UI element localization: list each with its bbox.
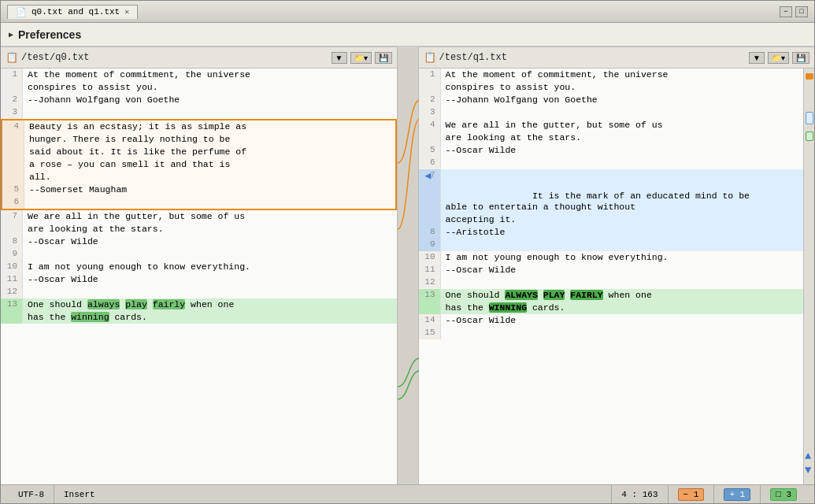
diff2-badge: + 1 bbox=[724, 488, 750, 501]
right-green-block: 13 One should ALWAYS PLAY FAIRLY when on… bbox=[419, 289, 804, 314]
left-dropdown-btn[interactable]: ▼ bbox=[332, 52, 347, 64]
right-line-5: 5 --Oscar Wilde bbox=[419, 144, 804, 157]
left-pane-header: 📋 /test/q0.txt ▼ 📁▾ 💾 bbox=[1, 46, 397, 69]
right-pane: 📋 /test/q1.txt ▼ 📁▾ 💾 1 At the moment of… bbox=[419, 46, 815, 484]
diff1-badge: − 1 bbox=[678, 488, 705, 501]
left-line-1: 1 At the moment of commitment, the unive… bbox=[1, 69, 397, 81]
title-bar: 📄 q0.txt and q1.txt ✕ − □ bbox=[1, 1, 814, 23]
left-line-3: 3 bbox=[1, 106, 397, 119]
encoding-section: UTF-8 bbox=[9, 485, 54, 503]
left-line-12: 12 bbox=[1, 286, 397, 298]
left-save-btn[interactable]: 💾 bbox=[375, 52, 392, 64]
right-line-3: 3 bbox=[419, 106, 804, 119]
left-line-4e: all. bbox=[2, 171, 395, 183]
left-line-2: 2 --Johann Wolfgang von Goethe bbox=[1, 94, 397, 106]
preferences-label: Preferences bbox=[18, 28, 81, 41]
left-pane: 📋 /test/q0.txt ▼ 📁▾ 💾 1 At the moment of… bbox=[1, 46, 397, 484]
position-label: 4 : 163 bbox=[621, 490, 658, 499]
preferences-bar[interactable]: ▶ Preferences bbox=[1, 23, 814, 46]
left-line-4d: a rose – you can smell it and that is bbox=[2, 158, 395, 171]
right-folder-btn[interactable]: 📁▾ bbox=[768, 52, 789, 64]
left-line-4c: said about it. It is like the perfume of bbox=[2, 146, 395, 158]
mode-label: Insert bbox=[64, 490, 95, 499]
right-line-13b: has the WINNING cards. bbox=[419, 302, 804, 314]
diff3-section: □ 3 bbox=[761, 485, 806, 503]
tab-title: q0.txt and q1.txt bbox=[31, 7, 120, 17]
left-line-9: 9 bbox=[1, 248, 397, 261]
left-line-6: 6 bbox=[2, 196, 395, 209]
right-highlight-play: PLAY bbox=[543, 290, 565, 300]
right-file-path: /test/q1.txt bbox=[439, 52, 746, 63]
left-line-4b: hunger. There is really nothing to be bbox=[2, 133, 395, 146]
left-line-4: 4 Beauty is an ecstasy; it is as simple … bbox=[2, 120, 395, 133]
diff-area: 📋 /test/q0.txt ▼ 📁▾ 💾 1 At the moment of… bbox=[1, 46, 814, 484]
mode-section: Insert bbox=[54, 485, 612, 503]
right-line-7: 7 ◀ It is the mark of an educated mind t… bbox=[419, 169, 804, 201]
left-line-13: 13 One should always play fairly when on… bbox=[1, 298, 397, 311]
left-orange-block: 4 Beauty is an ecstasy; it is as simple … bbox=[1, 119, 397, 210]
left-highlight-play: play bbox=[125, 299, 147, 309]
right-line-1: 1 At the moment of commitment, the unive… bbox=[419, 69, 804, 81]
right-file-icon: 📋 bbox=[424, 51, 436, 64]
maximize-button[interactable]: □ bbox=[795, 6, 808, 17]
right-blue-block: 7 ◀ It is the mark of an educated mind t… bbox=[419, 169, 804, 251]
left-file-path: /test/q0.txt bbox=[21, 52, 328, 63]
preferences-arrow: ▶ bbox=[9, 30, 13, 39]
right-line-8: 8 --Aristotle bbox=[419, 226, 804, 239]
right-line-15: 15 bbox=[419, 327, 804, 339]
right-line-2: 2 --Johann Wolfgang von Goethe bbox=[419, 94, 804, 106]
right-line-13: 13 One should ALWAYS PLAY FAIRLY when on… bbox=[419, 289, 804, 302]
scroll-green-marker bbox=[806, 132, 813, 141]
left-highlight-fairly: fairly bbox=[153, 299, 185, 309]
left-line-5: 5 --Somerset Maugham bbox=[2, 183, 395, 196]
right-line-4b: are looking at the stars. bbox=[419, 132, 804, 144]
left-arrow-indicator: ◀ bbox=[425, 169, 432, 182]
left-folder-btn[interactable]: 📁▾ bbox=[350, 52, 372, 64]
right-line-4: 4 We are all in the gutter, but some of … bbox=[419, 119, 804, 132]
position-section: 4 : 163 bbox=[612, 485, 668, 503]
status-bar: UTF-8 Insert 4 : 163 − 1 + 1 □ 3 bbox=[1, 484, 814, 503]
right-pane-content[interactable]: 1 At the moment of commitment, the unive… bbox=[419, 69, 804, 484]
right-scrollbar[interactable]: ▲ ▼ bbox=[803, 69, 814, 484]
left-line-7: 7 We are all in the gutter, but some of … bbox=[1, 210, 397, 223]
diff3-label: □ 3 bbox=[776, 490, 791, 499]
diff3-badge: □ 3 bbox=[770, 488, 797, 501]
right-dropdown-btn[interactable]: ▼ bbox=[749, 52, 765, 64]
connector-svg bbox=[398, 46, 420, 440]
diff2-section: + 1 bbox=[714, 485, 761, 503]
tab-close-button[interactable]: ✕ bbox=[124, 7, 129, 17]
scroll-up-arrow[interactable]: ▲ bbox=[805, 450, 811, 462]
diff1-section: − 1 bbox=[669, 485, 715, 503]
left-line-13b: has the winning cards. bbox=[1, 311, 397, 324]
title-bar-left: 📄 q0.txt and q1.txt ✕ bbox=[7, 5, 138, 19]
diff1-label: − 1 bbox=[683, 490, 699, 499]
diff2-label: + 1 bbox=[729, 490, 745, 499]
right-content-area: 1 At the moment of commitment, the unive… bbox=[419, 69, 815, 484]
right-highlight-fairly: FAIRLY bbox=[570, 290, 602, 300]
title-bar-controls: − □ bbox=[780, 6, 808, 17]
left-line-10: 10 I am not young enough to know everyth… bbox=[1, 261, 397, 273]
scroll-down-arrow[interactable]: ▼ bbox=[805, 464, 811, 476]
right-line-11: 11 --Oscar Wilde bbox=[419, 264, 804, 276]
left-line-7b: are looking at the stars. bbox=[1, 223, 397, 235]
right-pane-header: 📋 /test/q1.txt ▼ 📁▾ 💾 bbox=[419, 46, 815, 69]
file-icon: 📄 bbox=[16, 7, 27, 17]
connector-divider bbox=[397, 46, 419, 484]
main-window: 📄 q0.txt and q1.txt ✕ − □ ▶ Preferences … bbox=[0, 0, 815, 504]
left-line-8: 8 --Oscar Wilde bbox=[1, 235, 397, 248]
left-pane-content[interactable]: 1 At the moment of commitment, the unive… bbox=[1, 69, 397, 484]
left-line-11: 11 --Oscar Wilde bbox=[1, 273, 397, 286]
right-line-12: 12 bbox=[419, 276, 804, 289]
minimize-button[interactable]: − bbox=[780, 6, 792, 17]
right-line-10: 10 I am not young enough to know everyth… bbox=[419, 251, 804, 264]
right-line-6: 6 bbox=[419, 157, 804, 169]
scroll-blue-marker bbox=[806, 112, 813, 124]
right-line-14: 14 --Oscar Wilde bbox=[419, 314, 804, 327]
encoding-label: UTF-8 bbox=[18, 490, 44, 499]
right-highlight-winning: WINNING bbox=[489, 302, 527, 313]
left-file-icon: 📋 bbox=[6, 51, 18, 64]
right-line-1b: conspires to assist you. bbox=[419, 81, 804, 94]
right-save-btn[interactable]: 💾 bbox=[792, 52, 809, 64]
right-line-7c: accepting it. bbox=[419, 213, 804, 226]
main-tab[interactable]: 📄 q0.txt and q1.txt ✕ bbox=[7, 5, 138, 19]
